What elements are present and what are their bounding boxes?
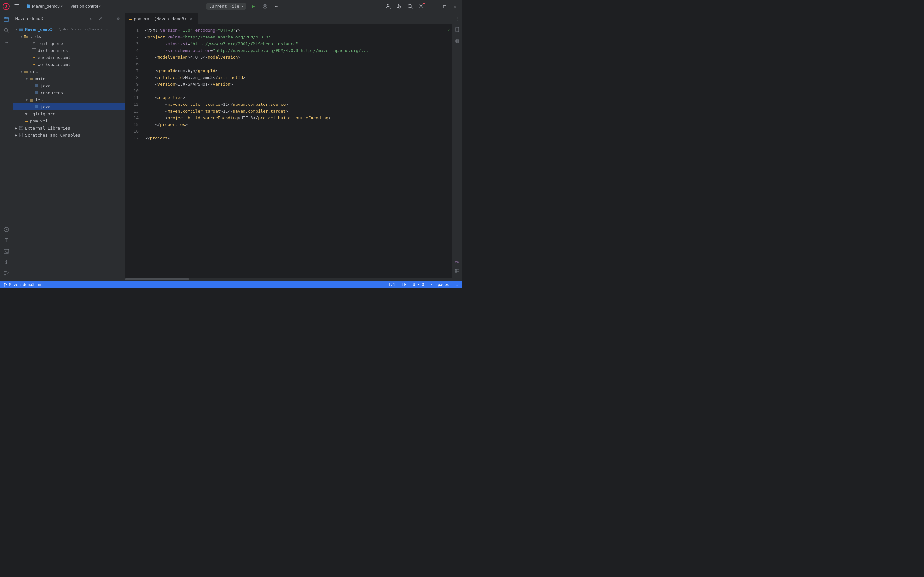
code-line-7: <groupId>com.by</groupId>: [145, 67, 449, 74]
tree-item-workspace[interactable]: ✦ workspace.xml: [13, 61, 125, 68]
project-panel: Maven_demo3 ↻ ⤢ — ⚙ ▼ Maven_demo3 D:\Ide…: [13, 13, 125, 281]
run-config-dropdown-icon: ▾: [241, 5, 243, 8]
tree-item-external-libs[interactable]: ▶ External Libraries: [13, 124, 125, 131]
tree-item-java-main[interactable]: java: [13, 82, 125, 89]
statusbar-warnings[interactable]: ⚠: [454, 282, 459, 287]
project-icon: [26, 3, 31, 9]
statusbar-lf[interactable]: LF: [401, 282, 407, 287]
svg-point-39: [5, 285, 5, 287]
code-line-17: </project>: [145, 135, 449, 141]
svg-line-13: [7, 31, 9, 32]
sidebar-item-vcs[interactable]: [1, 268, 11, 278]
statusbar-cursor[interactable]: 1:1: [387, 282, 397, 287]
collapse-button[interactable]: —: [105, 15, 113, 23]
tree-item-resources[interactable]: resources: [13, 89, 125, 96]
svg-marker-15: [6, 229, 8, 230]
statusbar-indent[interactable]: 4 spaces: [429, 282, 451, 287]
svg-rect-24: [32, 48, 36, 52]
svg-point-9: [420, 5, 422, 7]
tab-pom[interactable]: m pom.xml (Maven_demo3) ✕: [125, 13, 198, 24]
version-control-dropdown-icon: ▾: [99, 5, 101, 8]
tree-item-src[interactable]: ▼ src: [13, 68, 125, 75]
tree-item-idea[interactable]: ▼ .idea: [13, 33, 125, 40]
more-run-button[interactable]: ⋯: [272, 2, 281, 11]
maximize-button[interactable]: □: [440, 2, 449, 11]
tree-item-encodings[interactable]: ✦ encodings.xml: [13, 54, 125, 61]
code-line-11: <properties>: [145, 94, 449, 101]
hamburger-btn[interactable]: ☰: [12, 2, 21, 11]
titlebar: J ☰ Maven_demo3 ▾ Version control ▾: [0, 0, 462, 13]
tab-bar-more-btn[interactable]: ⋮: [453, 15, 461, 23]
statusbar-branch[interactable]: Maven_demo3: [3, 282, 36, 287]
expand-all-button[interactable]: ⤢: [97, 15, 104, 23]
settings-button[interactable]: [417, 2, 425, 11]
editor-gutter-bookmark[interactable]: [453, 26, 461, 33]
code-line-8: <artifactId>Maven_demo3</artifactId>: [145, 74, 449, 81]
tree-item-gitignore-root[interactable]: ⊘ .gitignore: [13, 110, 125, 117]
svg-point-5: [264, 5, 266, 7]
svg-rect-34: [456, 27, 459, 32]
panel-settings-button[interactable]: ⚙: [115, 15, 122, 23]
code-line-1: <?xml version="1.0" encoding="UTF-8"?>: [145, 27, 449, 34]
code-line-12: <maven.compiler.source>11</maven.compile…: [145, 101, 449, 108]
sidebar-item-search[interactable]: [1, 25, 11, 35]
code-area[interactable]: <?xml version="1.0" encoding="UTF-8"?> <…: [141, 24, 452, 277]
editor-right-gutter: m: [452, 24, 462, 277]
svg-line-8: [411, 7, 412, 9]
tree-item-scratches[interactable]: ▶ Scratches and Consoles: [13, 131, 125, 139]
tree-item-dictionaries[interactable]: dictionaries: [13, 47, 125, 54]
sidebar-item-terminal[interactable]: [1, 246, 11, 256]
tree-item-root[interactable]: ▼ Maven_demo3 D:\IdeaProjects\Maven_dem: [13, 26, 125, 33]
app-logo: J: [3, 3, 10, 10]
svg-rect-23: [24, 36, 28, 38]
sidebar-item-info[interactable]: ℹ: [1, 257, 11, 268]
sidebar-item-project[interactable]: [1, 14, 11, 24]
svg-rect-11: [5, 17, 6, 18]
close-button[interactable]: ✕: [451, 2, 459, 11]
svg-rect-31: [35, 105, 38, 108]
svg-rect-30: [29, 99, 33, 102]
editor-content: ✓ 1 2 3 4 5 6 7 8 9 10 11 12 13 14 15 16…: [125, 24, 462, 277]
svg-point-35: [456, 39, 459, 41]
editor-gutter-database[interactable]: [453, 37, 461, 45]
tree-item-java-test[interactable]: java: [13, 103, 125, 110]
run-button[interactable]: ▶: [249, 2, 258, 11]
svg-point-12: [5, 28, 8, 31]
svg-rect-29: [35, 91, 38, 94]
svg-rect-10: [4, 18, 9, 21]
tree-item-pom[interactable]: m pom.xml: [13, 117, 125, 124]
run-config[interactable]: Current File ▾: [206, 3, 246, 10]
tree-item-test[interactable]: ▼ test: [13, 96, 125, 103]
svg-rect-28: [35, 84, 38, 87]
svg-rect-27: [29, 78, 33, 81]
tree-item-main[interactable]: ▼ main: [13, 75, 125, 82]
svg-rect-3: [27, 5, 31, 8]
svg-point-41: [6, 284, 7, 285]
translate-button[interactable]: あ: [395, 2, 404, 11]
code-line-6: [145, 61, 449, 67]
project-button[interactable]: Maven_demo3 ▾: [24, 2, 65, 10]
editor-scrollbar-h[interactable]: [125, 277, 462, 281]
sync-button[interactable]: ↻: [87, 15, 95, 23]
sidebar-item-run[interactable]: [1, 224, 11, 235]
debug-button[interactable]: [260, 2, 270, 11]
sidebar-item-tools[interactable]: T: [1, 235, 11, 245]
editor-gutter-maven[interactable]: m: [453, 258, 461, 266]
search-button[interactable]: [405, 2, 415, 11]
editor-scrollbar-thumb: [125, 278, 189, 280]
tree-item-gitignore-idea[interactable]: ⊘ .gitignore: [13, 40, 125, 47]
code-line-14: <project.build.sourceEncoding>UTF-8</pro…: [145, 114, 449, 121]
sidebar-item-more[interactable]: ⋯: [1, 37, 11, 47]
code-line-13: <maven.compiler.target>11</maven.compile…: [145, 108, 449, 114]
version-control-button[interactable]: Version control ▾: [68, 3, 103, 10]
editor-gutter-structure[interactable]: [453, 268, 461, 275]
line-numbers: 1 2 3 4 5 6 7 8 9 10 11 12 13 14 15 16 1…: [125, 24, 141, 277]
profile-button[interactable]: [384, 2, 393, 11]
statusbar-branch-label: Maven_demo3: [9, 282, 34, 287]
statusbar-encoding[interactable]: UTF-8: [411, 282, 425, 287]
run-config-label: Current File: [209, 4, 239, 9]
tab-icon: m: [129, 17, 132, 21]
project-label: Maven_demo3: [32, 4, 60, 9]
tab-close-icon[interactable]: ✕: [189, 16, 194, 21]
minimize-button[interactable]: —: [430, 2, 439, 11]
